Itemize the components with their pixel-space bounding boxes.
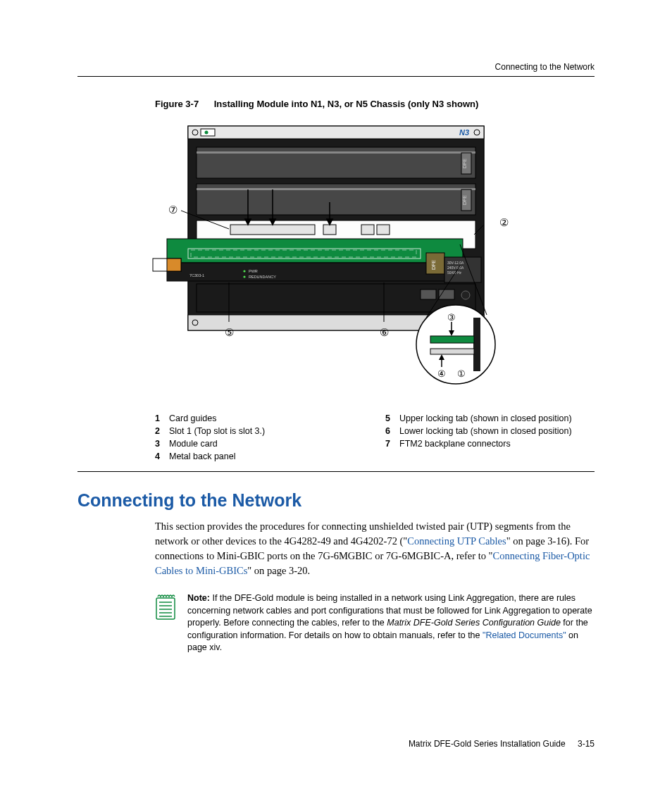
figure-legend: 1Card guides 2Slot 1 (Top slot is slot 3… — [155, 413, 595, 464]
figure-wrap: N3 DFE DFE — [77, 119, 595, 401]
svg-text:N3: N3 — [459, 128, 469, 137]
legend-num: 1 — [155, 413, 169, 423]
note-text: Note: If the DFE-Gold module is being in… — [187, 592, 595, 654]
svg-point-37 — [243, 275, 245, 278]
svg-text:DFE: DFE — [462, 158, 467, 168]
svg-text:PWR: PWR — [249, 269, 258, 273]
svg-text:⑤: ⑤ — [225, 326, 234, 338]
legend-col-right: 5Upper locking tab (shown in closed posi… — [385, 413, 595, 464]
note-icon — [155, 592, 178, 654]
svg-rect-26 — [167, 239, 463, 263]
svg-text:④: ④ — [437, 368, 446, 379]
chassis-diagram: N3 DFE DFE — [139, 119, 533, 401]
svg-text:DFE: DFE — [431, 260, 436, 270]
running-head: Connecting to the Network — [495, 62, 595, 72]
svg-rect-19 — [377, 225, 390, 235]
svg-rect-17 — [323, 225, 336, 235]
svg-point-46 — [461, 291, 470, 299]
svg-text:240V-9.0A: 240V-9.0A — [447, 266, 464, 270]
footer-page-number: 3-15 — [578, 739, 595, 749]
svg-rect-12 — [197, 188, 475, 190]
legend-col-left: 1Card guides 2Slot 1 (Top slot is slot 3… — [155, 413, 364, 464]
xref-link[interactable]: Connecting UTP Cables — [407, 535, 506, 547]
legend-num: 2 — [155, 426, 169, 436]
svg-text:30V-12.0A: 30V-12.0A — [447, 261, 464, 265]
svg-text:③: ③ — [447, 312, 456, 323]
legend-text: Metal back panel — [169, 451, 236, 461]
legend-text: Lower locking tab (shown in closed posit… — [399, 426, 572, 436]
legend-text: Card guides — [169, 413, 216, 423]
note-doc-title: Matrix DFE-Gold Series Configuration Gui… — [387, 618, 561, 628]
legend-num: 7 — [385, 439, 399, 449]
section-rule — [77, 471, 595, 472]
svg-rect-8 — [197, 151, 475, 154]
svg-text:⑥: ⑥ — [380, 326, 389, 338]
legend-text: Module card — [169, 439, 218, 449]
footer-doc-title: Matrix DFE-Gold Series Installation Guid… — [409, 739, 566, 749]
content-area: Figure 3-7 Installing Module into N1, N3… — [77, 99, 595, 654]
svg-rect-18 — [361, 225, 374, 235]
legend-num: 4 — [155, 451, 169, 461]
header-rule — [77, 76, 595, 77]
figure-title: Installing Module into N1, N3, or N5 Cha… — [214, 99, 479, 109]
svg-rect-16 — [230, 225, 315, 235]
note-block: Note: If the DFE-Gold module is being in… — [155, 592, 595, 654]
legend-text: FTM2 backplane connectors — [399, 439, 511, 449]
svg-rect-53 — [473, 318, 480, 371]
legend-text: Upper locking tab (shown in closed posit… — [399, 413, 572, 423]
svg-rect-44 — [421, 289, 436, 299]
note-label: Note: — [187, 593, 212, 603]
svg-rect-31 — [167, 259, 181, 271]
svg-text:②: ② — [499, 216, 509, 228]
para-text: " on page 3-20. — [247, 565, 310, 576]
svg-rect-27 — [167, 263, 463, 281]
svg-rect-55 — [430, 349, 474, 354]
svg-text:DFE: DFE — [462, 195, 467, 205]
figure-caption: Figure 3-7 Installing Module into N1, N3… — [155, 99, 595, 109]
figure-label: Figure 3-7 — [155, 99, 199, 109]
legend-num: 5 — [385, 413, 399, 423]
legend-text: Slot 1 (Top slot is slot 3.) — [169, 426, 265, 436]
svg-text:7C303-1: 7C303-1 — [189, 273, 204, 278]
body-paragraph: This section provides the procedures for… — [155, 519, 595, 578]
svg-rect-54 — [430, 336, 474, 343]
svg-point-50 — [416, 305, 495, 384]
xref-link[interactable]: "Related Documents" — [483, 630, 566, 640]
page-footer: Matrix DFE-Gold Series Installation Guid… — [409, 739, 595, 749]
svg-text:⑦: ⑦ — [168, 204, 178, 216]
legend-num: 3 — [155, 439, 169, 449]
svg-point-35 — [243, 270, 245, 272]
svg-point-6 — [205, 131, 209, 135]
svg-rect-1 — [188, 126, 484, 139]
svg-text:①: ① — [457, 368, 466, 379]
svg-text:REDUNDANCY: REDUNDANCY — [249, 275, 276, 279]
legend-num: 6 — [385, 426, 399, 436]
page: Connecting to the Network Figure 3-7 Ins… — [0, 0, 672, 791]
section-heading: Connecting to the Network — [77, 490, 595, 511]
